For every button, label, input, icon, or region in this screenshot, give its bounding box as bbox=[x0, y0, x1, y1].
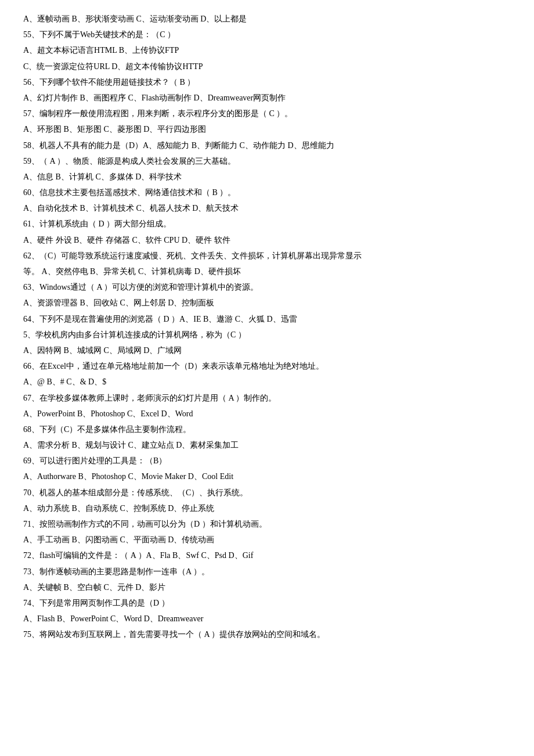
text-line-10: A、信息 B、计算机 C、多媒体 D、科学技术 bbox=[23, 170, 511, 184]
text-line-1: 55、下列不属于Web关键技术的是：（C ） bbox=[23, 27, 511, 42]
text-line-21: A、因特网 B、城域网 C、局域网 D、广域网 bbox=[23, 343, 511, 358]
text-line-22: 66、在Excel中，通过在单元格地址前加一个（D）来表示该单元格地址为绝对地址… bbox=[23, 359, 511, 373]
text-line-33: A、手工动画 B、闪图动画 C、平面动画 D、传统动画 bbox=[23, 532, 511, 547]
text-line-31: A、动力系统 B、自动系统 C、控制系统 D、停止系统 bbox=[23, 501, 511, 516]
text-line-7: A、环形图 B、矩形图 C、菱形图 D、平行四边形图 bbox=[23, 122, 511, 136]
text-line-37: 74、下列是常用网页制作工具的是（D ） bbox=[23, 596, 511, 610]
text-line-0: A、逐帧动画 B、形状渐变动画 C、运动渐变动画 D、以上都是 bbox=[23, 12, 511, 26]
text-line-30: 70、机器人的基本组成部分是：传感系统、（C）、执行系统。 bbox=[23, 485, 511, 500]
text-line-34: 72、flash可编辑的文件是：（ A ）A、Fla B、Swf C、Psd D… bbox=[23, 548, 511, 563]
text-line-11: 60、信息技术主要包括遥感技术、网络通信技术和（ B ）。 bbox=[23, 185, 511, 200]
text-line-29: A、Authorware B、Photoshop C、Movie Maker D… bbox=[23, 469, 511, 484]
main-content: A、逐帧动画 B、形状渐变动画 C、运动渐变动画 D、以上都是55、下列不属于W… bbox=[23, 12, 511, 642]
text-line-8: 58、机器人不具有的能力是（D）A、感知能力 B、判断能力 C、动作能力 D、思… bbox=[23, 138, 511, 153]
text-line-18: A、资源管理器 B、回收站 C、网上邻居 D、控制面板 bbox=[23, 296, 511, 310]
text-line-5: A、幻灯片制作 B、画图程序 C、Flash动画制作 D、Dreamweaver… bbox=[23, 91, 511, 105]
text-line-13: 61、计算机系统由（ D ）两大部分组成。 bbox=[23, 217, 511, 231]
text-line-27: A、需求分析 B、规划与设计 C、建立站点 D、素材采集加工 bbox=[23, 438, 511, 452]
text-line-35: 73、制作逐帧动画的主要思路是制作一连串（A ）。 bbox=[23, 564, 511, 579]
text-line-19: 64、下列不是现在普遍使用的浏览器（ D ）A、IE B、遨游 C、火狐 D、迅… bbox=[23, 312, 511, 326]
text-line-2: A、超文本标记语言HTML B、上传协议FTP bbox=[23, 43, 511, 57]
text-line-4: 56、下列哪个软件不能使用超链接技术？（ B ） bbox=[23, 75, 511, 89]
text-line-9: 59、（ A ）、物质、能源是构成人类社会发展的三大基础。 bbox=[23, 154, 511, 168]
text-line-14: A、硬件 外设 B、硬件 存储器 C、软件 CPU D、硬件 软件 bbox=[23, 233, 511, 247]
text-line-24: 67、在学校多媒体教师上课时，老师演示的幻灯片是用（ A ）制作的。 bbox=[23, 391, 511, 405]
text-line-15: 62、（C）可能导致系统运行速度减慢、死机、文件丢失、文件损坏，计算机屏幕出现异… bbox=[23, 249, 511, 263]
text-line-28: 69、可以进行图片处理的工具是：（B） bbox=[23, 453, 511, 468]
text-line-6: 57、编制程序一般使用流程图，用来判断，表示程序分支的图形是（ C ）。 bbox=[23, 106, 511, 121]
text-line-39: 75、将网站发布到互联网上，首先需要寻找一个（ A ）提供存放网站的空间和域名。 bbox=[23, 627, 511, 642]
text-line-3: C、统一资源定位符URL D、超文本传输协议HTTP bbox=[23, 59, 511, 74]
text-line-32: 71、按照动画制作方式的不同，动画可以分为（D ）和计算机动画。 bbox=[23, 517, 511, 531]
text-line-23: A、@ B、# C、& D、$ bbox=[23, 375, 511, 389]
text-line-25: A、PowerPoint B、Photoshop C、Excel D、Word bbox=[23, 406, 511, 421]
text-line-17: 63、Windows通过（ A ）可以方便的浏览和管理计算机中的资源。 bbox=[23, 280, 511, 294]
text-line-16: 等。 A、突然停电 B、异常关机 C、计算机病毒 D、硬件损坏 bbox=[23, 264, 511, 279]
text-line-36: A、关键帧 B、空白帧 C、元件 D、影片 bbox=[23, 580, 511, 595]
text-line-26: 68、下列（C）不是多媒体作品主要制作流程。 bbox=[23, 422, 511, 437]
text-line-12: A、自动化技术 B、计算机技术 C、机器人技术 D、航天技术 bbox=[23, 201, 511, 215]
text-line-20: 5、学校机房内由多台计算机连接成的计算机网络，称为（C ） bbox=[23, 327, 511, 342]
text-line-38: A、Flash B、PowerPoint C、Word D、Dreamweave… bbox=[23, 611, 511, 626]
